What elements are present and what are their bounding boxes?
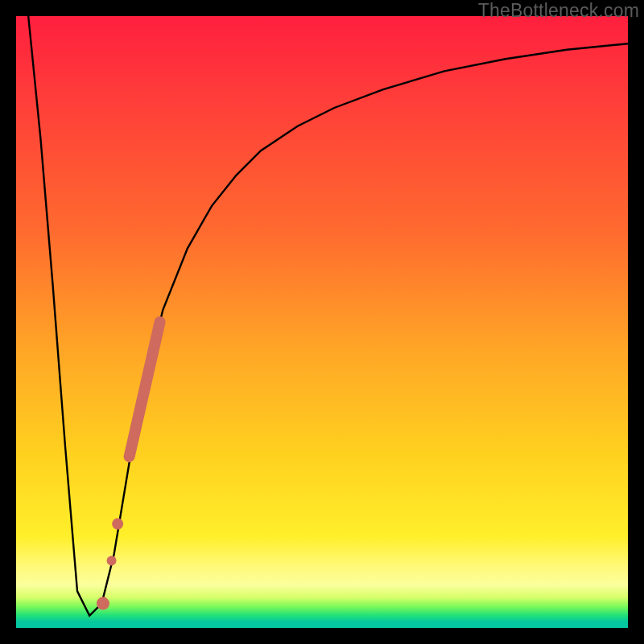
highlight-dot-2 <box>97 597 109 610</box>
highlight-bar <box>130 322 160 456</box>
curve-layer <box>16 16 628 628</box>
highlight-dot-1 <box>107 555 117 565</box>
highlight-dot-0 <box>112 518 123 530</box>
chart-frame: TheBottleneck.com <box>0 0 644 644</box>
